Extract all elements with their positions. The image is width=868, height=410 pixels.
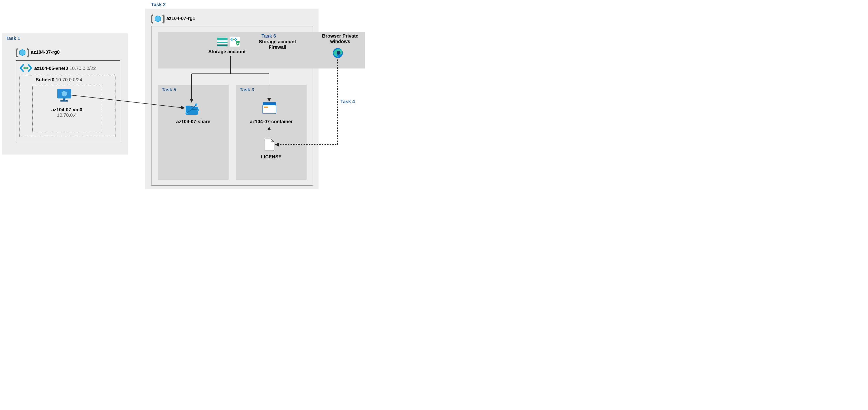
- svg-marker-8: [155, 16, 161, 22]
- vnet-icon: [20, 64, 32, 72]
- edge-browser-icon: [332, 48, 343, 59]
- subnet-cidr: 10.70.0.0/24: [56, 77, 82, 82]
- file-label: LICENSE: [236, 154, 307, 159]
- task4-label: Task 4: [340, 99, 355, 105]
- svg-marker-0: [20, 50, 25, 56]
- svg-point-2: [25, 67, 27, 69]
- task6-label: Task 6: [261, 33, 276, 39]
- svg-point-24: [337, 51, 340, 55]
- svg-rect-20: [263, 102, 276, 105]
- svg-point-1: [24, 67, 25, 69]
- browser-label: Browser Private windows: [318, 33, 363, 44]
- task6-title: Storage account Firewall: [250, 39, 305, 50]
- vnet-label: az104-05-vnet0 10.70.0.0/22: [34, 66, 96, 71]
- firewall-badge-icon: [230, 37, 240, 47]
- vnet-cidr: 10.70.0.0/22: [69, 66, 96, 71]
- svg-rect-21: [263, 105, 276, 114]
- storage-account-label: Storage account: [207, 49, 247, 55]
- file-share-icon: [184, 102, 199, 115]
- svg-point-12: [234, 39, 235, 40]
- svg-rect-7: [60, 100, 68, 101]
- task3-panel: [236, 85, 307, 180]
- subnet-name: Subnet0: [36, 77, 55, 82]
- vm-ip: 10.70.0.4: [32, 113, 101, 118]
- task1-label: Task 1: [6, 36, 20, 41]
- resource-group-icon: [151, 14, 164, 24]
- file-icon: [265, 139, 274, 151]
- storage-account-icon: [217, 37, 228, 47]
- svg-line-18: [192, 109, 198, 110]
- vm-name: az104-07-vm0: [32, 107, 101, 113]
- rg0-name: az104-07-rg0: [31, 50, 60, 55]
- container-name: az104-07-container: [236, 119, 307, 124]
- svg-rect-6: [63, 98, 65, 100]
- vm-label: az104-07-vm0 10.70.0.4: [32, 107, 101, 118]
- svg-rect-13: [237, 43, 239, 44]
- svg-rect-22: [264, 107, 268, 108]
- vm-icon: [56, 88, 72, 102]
- svg-point-3: [27, 67, 29, 69]
- task2-label: Task 2: [151, 2, 166, 7]
- resource-group-icon: [16, 48, 29, 58]
- container-icon: [262, 101, 277, 115]
- rg0-label: az104-07-rg0: [31, 50, 60, 55]
- subnet-label: Subnet0 10.70.0.0/24: [36, 77, 82, 83]
- task5-panel: [158, 85, 229, 180]
- task3-label: Task 3: [240, 87, 254, 92]
- storage-icon-wrap: [217, 37, 228, 47]
- rg1-name: az104-07-rg1: [166, 16, 195, 21]
- task5-label: Task 5: [162, 87, 176, 92]
- vnet-name: az104-05-vnet0: [34, 66, 68, 71]
- share-name: az104-07-share: [158, 119, 229, 124]
- diagram-stage: Task 1 az104-07-rg0 az104-05-vnet0 10.70…: [0, 0, 369, 190]
